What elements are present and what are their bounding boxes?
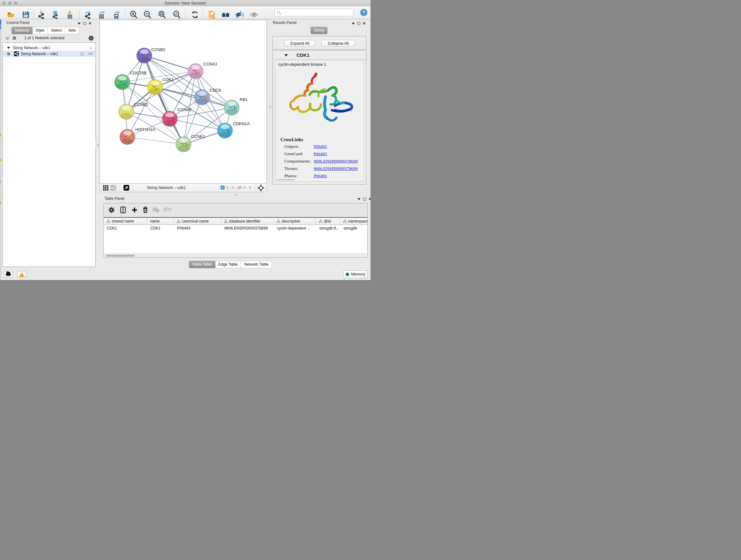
- refresh-icon[interactable]: [190, 10, 200, 19]
- network-edge[interactable]: [144, 56, 196, 71]
- column-header-label: @id: [324, 219, 331, 224]
- network-options-gear-icon[interactable]: [88, 36, 94, 41]
- network-node-CCNA2[interactable]: [162, 111, 178, 126]
- tab-edge-table[interactable]: Edge Table: [215, 261, 241, 268]
- table-cell[interactable]: CDK1: [104, 226, 147, 231]
- network-graph[interactable]: CCNB2CCNA1CDC25BCDK1CDC6RB1CCNB1CCNA2HIS…: [100, 20, 266, 183]
- table-cell[interactable]: CDK1: [147, 226, 174, 231]
- create-column-plus-icon[interactable]: [131, 206, 138, 213]
- import-network-file-icon[interactable]: [37, 10, 47, 19]
- column-header-shared-name[interactable]: shared name: [104, 218, 147, 225]
- delete-column-trash-icon[interactable]: [141, 206, 149, 213]
- warnings-button[interactable]: [17, 271, 26, 277]
- column-header-description[interactable]: description: [274, 218, 316, 225]
- network-row-selected[interactable]: String Network – cdk1 11 48: [3, 51, 95, 57]
- tab-style[interactable]: Style: [32, 27, 48, 34]
- column-header-namespace[interactable]: namespace: [340, 218, 367, 225]
- network-node-CCNB2[interactable]: [137, 48, 152, 63]
- column-header-name[interactable]: name: [147, 218, 174, 225]
- table-cell[interactable]: stringdb: [340, 226, 367, 231]
- cloud-status-button[interactable]: [4, 271, 13, 277]
- tab-sets[interactable]: Sets: [65, 27, 79, 34]
- tab-string-label[interactable]: String: [311, 27, 327, 34]
- zoom-in-icon[interactable]: [129, 10, 138, 19]
- crosslink-link[interactable]: P06493: [314, 144, 327, 149]
- results-panel-tab-string[interactable]: String: [311, 27, 327, 34]
- table-horizontal-scrollbar[interactable]: [104, 253, 367, 257]
- collapse-all-button[interactable]: Collapse All: [321, 40, 355, 47]
- network-canvas[interactable]: CCNB2CCNA1CDC25BCDK1CDC6RB1CCNB1CCNA2HIS…: [99, 20, 267, 184]
- tab-network-table[interactable]: Network Table: [241, 261, 272, 268]
- hidden-eye-icon[interactable]: [237, 185, 242, 190]
- crosslink-link[interactable]: 9606.ENSP00000378699: [314, 166, 358, 171]
- tree-expander-icon[interactable]: [7, 47, 10, 49]
- show-columns-icon[interactable]: [119, 206, 127, 213]
- tab-node-table[interactable]: Node Table: [189, 261, 215, 268]
- network-node-CDC25B[interactable]: [115, 74, 130, 90]
- zoom-fit-icon[interactable]: [157, 10, 167, 19]
- panel-menu-icon[interactable]: [352, 23, 355, 24]
- share-document-icon[interactable]: [207, 10, 217, 19]
- network-node-CCNB1[interactable]: [119, 104, 134, 119]
- network-node-CDC6[interactable]: [194, 90, 210, 105]
- open-session-icon[interactable]: [6, 10, 16, 19]
- export-network-icon[interactable]: [84, 10, 93, 19]
- tab-network[interactable]: Network: [11, 27, 32, 34]
- import-table-icon[interactable]: [65, 10, 75, 19]
- help-icon[interactable]: ?: [360, 9, 367, 16]
- show-all-icon[interactable]: [249, 10, 259, 19]
- home-icon[interactable]: [221, 10, 230, 19]
- crosslink-link[interactable]: P06493: [314, 173, 327, 178]
- panel-float-icon[interactable]: [363, 198, 366, 200]
- zoom-out-icon[interactable]: [143, 10, 152, 19]
- column-header--id[interactable]: @id: [316, 218, 340, 225]
- column-header-database-identifier[interactable]: database identifier: [221, 218, 274, 225]
- import-network-database-icon[interactable]: [51, 10, 60, 19]
- panel-close-icon[interactable]: ×: [89, 22, 91, 25]
- panel-close-icon[interactable]: ×: [368, 198, 370, 200]
- network-edge[interactable]: [170, 119, 225, 131]
- network-node-CDKN1A[interactable]: [217, 123, 232, 138]
- memory-button[interactable]: Memory: [343, 270, 367, 278]
- node-label-CCNB2: CCNB2: [151, 47, 165, 52]
- table-row[interactable]: CDK1CDK1P064939606.ENSP00000378699cyclin…: [104, 225, 367, 231]
- hide-selected-icon[interactable]: [235, 10, 245, 19]
- panel-float-icon[interactable]: [83, 22, 86, 25]
- panel-menu-icon[interactable]: [77, 23, 81, 24]
- network-node-HIST1H1A[interactable]: [120, 129, 135, 145]
- network-node-CCNA1[interactable]: [188, 64, 203, 79]
- selected-checkbox-icon[interactable]: ✓: [220, 186, 225, 190]
- results-horizontal-scrollbar[interactable]: [276, 179, 363, 181]
- search-input[interactable]: [274, 9, 354, 16]
- splitter-handle[interactable]: [267, 104, 272, 108]
- splitter-handle[interactable]: [95, 142, 99, 146]
- expand-all-button[interactable]: Expand All: [284, 40, 315, 47]
- crosslink-link[interactable]: P06493: [314, 151, 327, 156]
- save-session-icon[interactable]: [21, 10, 30, 19]
- zoom-selected-icon[interactable]: [172, 10, 182, 19]
- table-cell[interactable]: cyclin-dependent ...: [274, 226, 316, 231]
- network-collection-row[interactable]: String Network – cdk1 1: [3, 45, 95, 51]
- splitter-handle[interactable]: [233, 192, 238, 196]
- birdseye-view-icon[interactable]: [124, 185, 129, 191]
- grid-view-icon[interactable]: [103, 185, 109, 191]
- network-node-CCNE1[interactable]: [176, 137, 191, 152]
- table-cell[interactable]: P06493: [174, 226, 221, 231]
- fit-selected-crosshair-icon[interactable]: [258, 185, 264, 191]
- table-options-gear-icon[interactable]: [108, 206, 115, 213]
- panel-float-icon[interactable]: [357, 22, 360, 25]
- table-cell[interactable]: 9606.ENSP00000378699: [221, 226, 274, 231]
- gene-section-header[interactable]: CDK1: [273, 51, 366, 59]
- network-edge[interactable]: [127, 137, 184, 144]
- column-header-canonical-name[interactable]: canonical name: [174, 218, 221, 225]
- network-node-CDK1[interactable]: [147, 79, 163, 95]
- table-cell[interactable]: stringdb:9...: [316, 226, 340, 231]
- crosslink-link[interactable]: 9606.ENSP00000378699: [314, 159, 358, 164]
- export-table-icon[interactable]: [97, 10, 107, 19]
- panel-menu-icon[interactable]: [357, 198, 360, 200]
- tab-select[interactable]: Select: [48, 27, 65, 34]
- panel-close-icon[interactable]: ×: [363, 22, 365, 25]
- collapse-section-icon[interactable]: [284, 54, 288, 57]
- export-image-icon[interactable]: [112, 10, 121, 19]
- network-node-RB1[interactable]: [224, 100, 239, 115]
